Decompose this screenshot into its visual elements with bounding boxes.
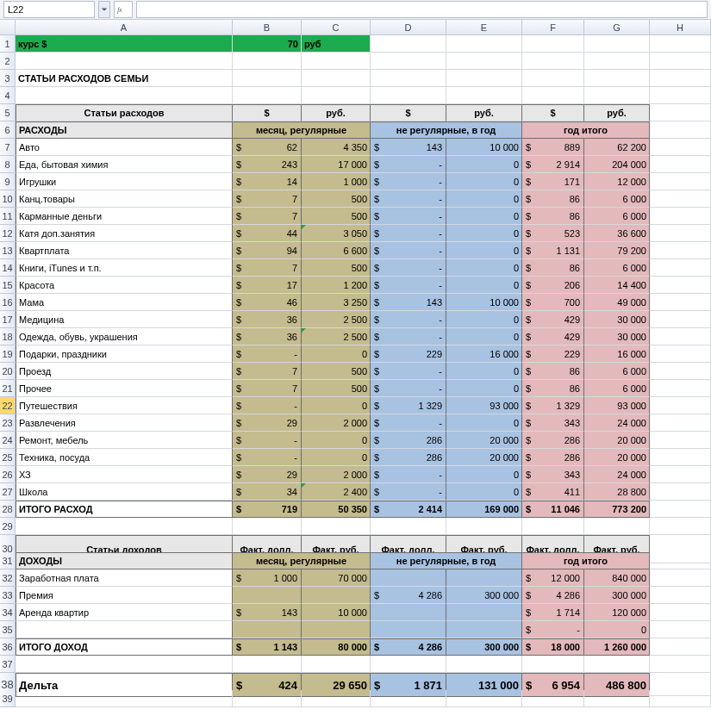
inc-name[interactable]: Аренда квартир [16, 604, 233, 621]
exp-i-rub[interactable]: 0 [446, 242, 522, 259]
exp-i-rub[interactable]: 0 [446, 466, 522, 483]
cell[interactable] [650, 104, 711, 121]
exp-m-rub[interactable]: 0 [302, 397, 371, 414]
exp-m-usd[interactable]: $7 [233, 380, 302, 397]
inc-i-rub[interactable] [446, 569, 522, 587]
cell[interactable] [233, 690, 302, 707]
exp-i-rub[interactable]: 0 [446, 380, 522, 397]
cell[interactable] [584, 656, 650, 673]
col-header-D[interactable]: D [371, 20, 446, 35]
cell[interactable] [522, 87, 584, 104]
inc-total-label[interactable]: ИТОГО ДОХОД [16, 638, 233, 656]
row-header-19[interactable]: 19 [0, 345, 16, 363]
exp-y-rub[interactable]: 36 600 [584, 225, 650, 242]
cell[interactable] [650, 225, 711, 242]
exp-name[interactable]: Канц.товары [16, 190, 233, 208]
cell[interactable] [16, 690, 233, 707]
hdr-rub-3[interactable]: руб. [584, 104, 650, 121]
exp-i-rub[interactable]: 0 [446, 173, 522, 190]
exp-y-usd[interactable]: $206 [522, 277, 584, 294]
exp-name[interactable]: Путешествия [16, 397, 233, 414]
exp-i-rub[interactable]: 10 000 [446, 139, 522, 156]
exp-y-rub[interactable]: 12 000 [584, 173, 650, 190]
exp-y-usd[interactable]: $2 914 [522, 156, 584, 173]
exp-name[interactable]: Еда, бытовая химия [16, 156, 233, 173]
inc-m-rub[interactable] [302, 587, 371, 604]
exp-i-usd[interactable]: $- [371, 483, 446, 501]
exp-name[interactable]: Медицина [16, 311, 233, 328]
cell[interactable] [446, 70, 522, 87]
exp-m-usd[interactable]: $94 [233, 242, 302, 259]
exp-y-usd[interactable]: $343 [522, 466, 584, 483]
exp-name[interactable]: Книги, iTunes и т.п. [16, 259, 233, 277]
exp-i-rub[interactable]: 0 [446, 190, 522, 208]
inc-y-rub[interactable]: 120 000 [584, 604, 650, 621]
exp-i-usd[interactable]: $- [371, 277, 446, 294]
fx-button[interactable]: fx [114, 1, 133, 18]
row-header-4[interactable]: 4 [0, 87, 16, 104]
exp-total-m-usd[interactable]: $719 [233, 501, 302, 518]
row-header-32[interactable]: 32 [0, 569, 16, 587]
inc-name[interactable]: Премия [16, 587, 233, 604]
exp-y-rub[interactable]: 14 400 [584, 277, 650, 294]
row-header-17[interactable]: 17 [0, 311, 16, 328]
row-header-14[interactable]: 14 [0, 259, 16, 277]
cell[interactable] [584, 70, 650, 87]
exp-y-rub[interactable]: 6 000 [584, 190, 650, 208]
row-header-1[interactable]: 1 [0, 35, 16, 53]
row-header-13[interactable]: 13 [0, 242, 16, 259]
exp-i-usd[interactable]: $- [371, 156, 446, 173]
exp-i-rub[interactable]: 0 [446, 363, 522, 380]
cell[interactable] [233, 87, 302, 104]
exp-i-usd[interactable]: $1 329 [371, 397, 446, 414]
exp-m-usd[interactable]: $44 [233, 225, 302, 242]
exp-i-rub[interactable]: 20 000 [446, 432, 522, 449]
row-header-2[interactable]: 2 [0, 53, 16, 70]
cell[interactable] [233, 53, 302, 70]
exp-y-usd[interactable]: $86 [522, 208, 584, 225]
exp-y-usd[interactable]: $700 [522, 294, 584, 311]
inc-m-usd[interactable]: $1 000 [233, 569, 302, 587]
cell[interactable] [371, 656, 446, 673]
exp-y-usd[interactable]: $86 [522, 380, 584, 397]
cell[interactable] [371, 518, 446, 535]
exp-m-usd[interactable]: $46 [233, 294, 302, 311]
exp-m-rub[interactable]: 4 350 [302, 139, 371, 156]
cell[interactable] [650, 173, 711, 190]
row-header-16[interactable]: 16 [0, 294, 16, 311]
exp-y-rub[interactable]: 204 000 [584, 156, 650, 173]
cell[interactable] [650, 345, 711, 363]
inc-y-rub[interactable]: 840 000 [584, 569, 650, 587]
cell[interactable] [446, 53, 522, 70]
row-header-35[interactable]: 35 [0, 621, 16, 638]
exp-y-usd[interactable]: $171 [522, 173, 584, 190]
row-header-9[interactable]: 9 [0, 173, 16, 190]
cell[interactable] [650, 604, 711, 621]
row-header-8[interactable]: 8 [0, 156, 16, 173]
cell[interactable] [302, 53, 371, 70]
row-header-20[interactable]: 20 [0, 363, 16, 380]
cell[interactable] [446, 656, 522, 673]
hdr-rub-2[interactable]: руб. [446, 104, 522, 121]
cell[interactable] [371, 70, 446, 87]
row-header-23[interactable]: 23 [0, 414, 16, 432]
cell[interactable] [371, 621, 446, 638]
cell[interactable] [446, 518, 522, 535]
exp-m-usd[interactable]: $29 [233, 466, 302, 483]
cell[interactable] [584, 518, 650, 535]
exp-name[interactable]: Проезд [16, 363, 233, 380]
cell[interactable] [650, 242, 711, 259]
cell[interactable] [522, 656, 584, 673]
exp-y-rub[interactable]: 93 000 [584, 397, 650, 414]
cell[interactable] [16, 53, 233, 70]
col-header-C[interactable]: C [302, 20, 371, 35]
cell[interactable] [16, 656, 233, 673]
row-header-27[interactable]: 27 [0, 483, 16, 501]
hdr-usd-1[interactable]: $ [233, 104, 302, 121]
hdr-usd-2[interactable]: $ [371, 104, 446, 121]
cell[interactable] [650, 35, 711, 53]
inc-total-y-rub[interactable]: 1 260 000 [584, 638, 650, 656]
cell[interactable] [584, 87, 650, 104]
exp-name[interactable]: Игрушки [16, 173, 233, 190]
exp-y-usd[interactable]: $523 [522, 225, 584, 242]
